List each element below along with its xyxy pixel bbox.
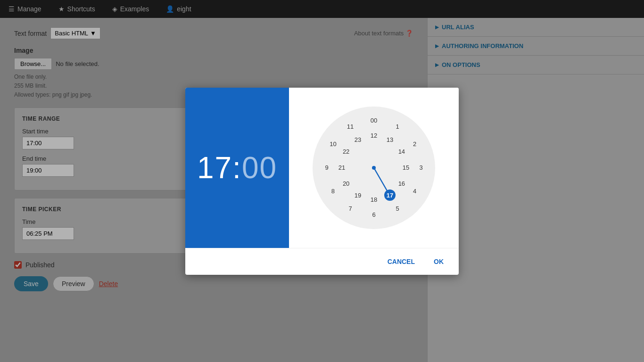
clock-number[interactable]: 6 [368,209,380,221]
clock-number[interactable]: 1 [392,121,403,132]
clock-number[interactable]: 3 [415,162,427,173]
clock-number[interactable]: 18 [368,194,380,206]
svg-point-1 [372,166,376,170]
clock-number[interactable]: 10 [327,139,339,150]
time-dialog-actions: CANCEL OK [185,248,459,275]
clock-number[interactable]: 19 [352,189,363,201]
time-colon: : [232,151,242,185]
clock-number[interactable]: 13 [384,134,396,146]
clock-number[interactable]: 16 [396,178,407,189]
clock-number[interactable]: 12 [368,130,380,141]
time-dialog: 17:00 001234 [185,88,459,275]
clock-number[interactable]: 2 [409,139,421,150]
clock-number[interactable]: 23 [352,134,363,146]
ok-button[interactable]: OK [426,254,451,269]
clock-number[interactable]: 20 [340,178,352,189]
time-hours: 17 [197,151,232,185]
clock-number[interactable]: 21 [336,162,347,173]
modal-overlay[interactable]: 17:00 001234 [0,0,644,362]
clock-number[interactable]: 00 [368,115,380,126]
time-mins: 00 [242,151,277,185]
clock-number[interactable]: 22 [340,146,352,157]
clock-number[interactable]: 5 [392,203,403,214]
time-display-panel: 17:00 [185,88,289,248]
clock-number[interactable]: 17 [384,189,396,201]
clock-number[interactable]: 9 [321,162,332,173]
clock-face[interactable]: 001234567891011121314151617181920212223 [313,107,435,229]
clock-number[interactable]: 8 [327,186,339,197]
clock-container: 001234567891011121314151617181920212223 [313,107,435,229]
clock-number[interactable]: 4 [409,186,421,197]
cancel-button[interactable]: CANCEL [380,254,422,269]
clock-number[interactable]: 7 [345,203,356,214]
clock-panel: 001234567891011121314151617181920212223 [289,88,459,248]
time-display: 17:00 [197,150,277,185]
clock-number[interactable]: 11 [345,121,356,132]
clock-number[interactable]: 14 [396,146,407,157]
clock-number[interactable]: 15 [400,162,412,173]
time-dialog-body: 17:00 001234 [185,88,459,248]
